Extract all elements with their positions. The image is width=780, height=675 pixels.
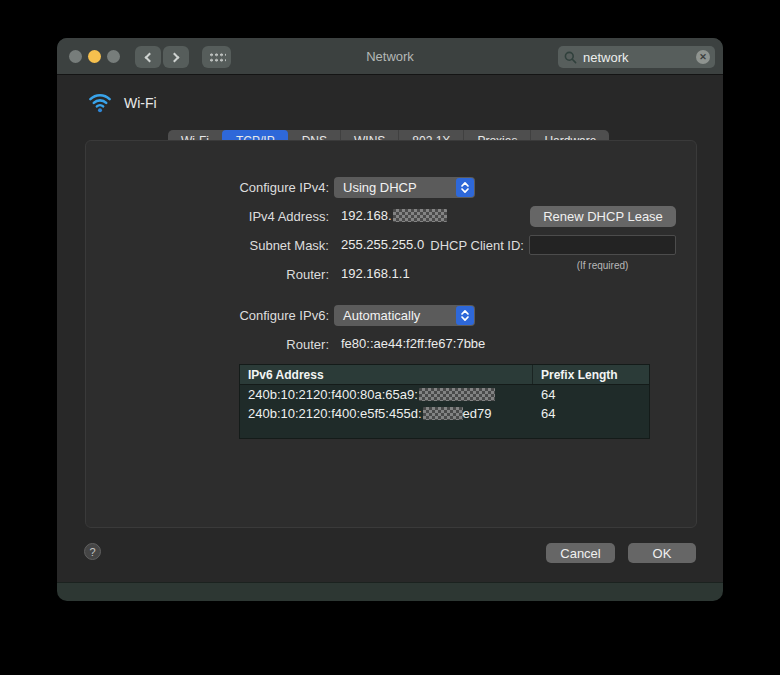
wifi-icon	[87, 92, 113, 113]
router-ipv4-label: Router:	[86, 267, 329, 282]
subnet-mask-label: Subnet Mask:	[86, 238, 329, 253]
ipv6-address-table[interactable]: IPv6 Address Prefix Length 240b:10:2120:…	[239, 364, 650, 439]
redacted-ipv6	[419, 388, 495, 401]
tcpip-pane: Configure IPv4: Using DHCP Renew DHCP Le…	[85, 140, 697, 528]
router-ipv6-label: Router:	[86, 337, 329, 352]
dhcp-client-id-note: (If required)	[529, 260, 676, 271]
renew-dhcp-lease-button[interactable]: Renew DHCP Lease	[530, 206, 676, 227]
configure-ipv6-popup[interactable]: Automatically	[334, 305, 475, 326]
router-ipv6-value: fe80::ae44:f2ff:fe67:7bbe	[341, 336, 485, 351]
router-ipv4-value: 192.168.1.1	[341, 266, 410, 281]
configure-ipv6-label: Configure IPv6:	[86, 308, 329, 323]
redacted-ipv6	[423, 407, 463, 420]
column-header-ipv6-address[interactable]: IPv6 Address	[240, 365, 532, 384]
configure-ipv4-label: Configure IPv4:	[86, 180, 329, 195]
cancel-button[interactable]: Cancel	[546, 543, 615, 563]
table-row[interactable]: 240b:10:2120:f400:e5f5:455d:ed79 64	[240, 404, 649, 423]
search-field[interactable]: ✕	[558, 46, 715, 68]
ipv4-address-label: IPv4 Address:	[86, 209, 329, 224]
ipv6-address-cell: 240b:10:2120:f400:e5f5:455d:ed79	[240, 406, 532, 421]
network-preferences-window: Network ✕ Wi-Fi Wi-Fi TCP/IP DNS WINS	[57, 38, 723, 601]
search-input[interactable]	[581, 49, 696, 66]
ipv4-address-value: 192.168.	[341, 208, 447, 223]
help-button[interactable]: ?	[84, 543, 101, 560]
desktop: { "colors": { "accent": "#2e68d9", "titl…	[0, 0, 780, 675]
clear-search-icon[interactable]: ✕	[696, 50, 710, 64]
column-header-prefix-length[interactable]: Prefix Length	[532, 365, 649, 384]
ok-button[interactable]: OK	[628, 543, 696, 563]
configure-ipv4-popup[interactable]: Using DHCP	[334, 177, 475, 198]
dhcp-client-id-label: DHCP Client ID:	[336, 238, 524, 253]
search-icon	[564, 51, 577, 64]
popup-stepper-icon	[456, 178, 474, 197]
service-header: Wi-Fi	[87, 92, 157, 113]
titlebar: Network ✕	[57, 38, 723, 75]
prefix-length-cell: 64	[532, 387, 649, 402]
popup-stepper-icon	[456, 306, 474, 325]
redacted-ipv4	[393, 209, 447, 222]
ipv6-address-cell: 240b:10:2120:f400:80a:65a9:	[240, 387, 532, 402]
table-row[interactable]: 240b:10:2120:f400:80a:65a9: 64	[240, 385, 649, 404]
tcpip-sheet: Wi-Fi Wi-Fi TCP/IP DNS WINS 802.1X Proxi…	[57, 75, 723, 583]
table-header: IPv6 Address Prefix Length	[240, 365, 649, 385]
prefix-length-cell: 64	[532, 406, 649, 421]
service-name: Wi-Fi	[124, 95, 157, 111]
dhcp-client-id-field[interactable]	[529, 235, 676, 255]
